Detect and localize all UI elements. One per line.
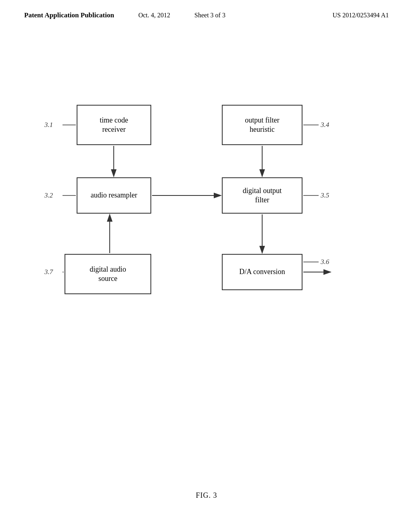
patent-number: US 2012/0253494 A1 xyxy=(332,12,389,19)
svg-text:3.4: 3.4 xyxy=(320,121,330,129)
audio-resampler-box: audio resampler xyxy=(77,177,151,214)
time-code-receiver-box: time codereceiver xyxy=(77,105,151,145)
da-conversion-box: D/A conversion xyxy=(222,254,302,290)
diagram-area: 3.1 3.4 3.2 3.5 3.6 3.7 time codereceive… xyxy=(24,81,387,355)
time-code-receiver-label: time codereceiver xyxy=(100,116,128,135)
sheet-info: Sheet 3 of 3 xyxy=(194,12,225,19)
svg-text:3.7: 3.7 xyxy=(44,268,54,276)
da-conversion-label: D/A conversion xyxy=(239,267,285,276)
svg-text:3.1: 3.1 xyxy=(44,121,53,129)
page-header: Patent Application Publication Oct. 4, 2… xyxy=(0,0,413,19)
output-filter-heuristic-label: output filterheuristic xyxy=(245,116,279,135)
publication-title: Patent Application Publication xyxy=(24,11,114,19)
output-filter-heuristic-box: output filterheuristic xyxy=(222,105,302,145)
digital-audio-source-label: digital audiosource xyxy=(90,265,126,284)
audio-resampler-label: audio resampler xyxy=(91,191,137,200)
digital-output-filter-label: digital outputfilter xyxy=(243,186,282,205)
svg-text:3.5: 3.5 xyxy=(320,191,329,199)
digital-output-filter-box: digital outputfilter xyxy=(222,177,302,214)
svg-text:3.6: 3.6 xyxy=(320,258,330,266)
publication-date: Oct. 4, 2012 xyxy=(138,12,170,19)
figure-label: FIG. 3 xyxy=(196,491,217,500)
svg-text:3.2: 3.2 xyxy=(44,191,53,199)
digital-audio-source-box: digital audiosource xyxy=(65,254,151,294)
